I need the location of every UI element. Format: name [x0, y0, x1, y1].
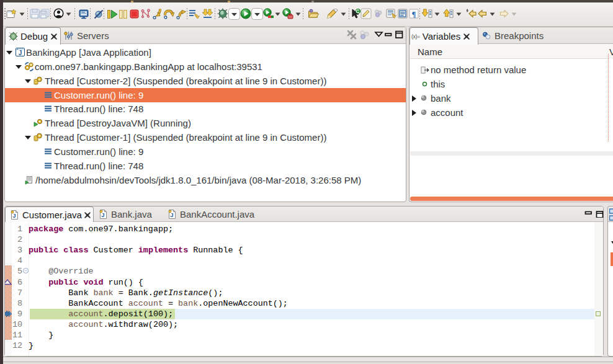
svg-text:¶: ¶ [411, 9, 416, 19]
svg-text:J: J [19, 50, 22, 56]
